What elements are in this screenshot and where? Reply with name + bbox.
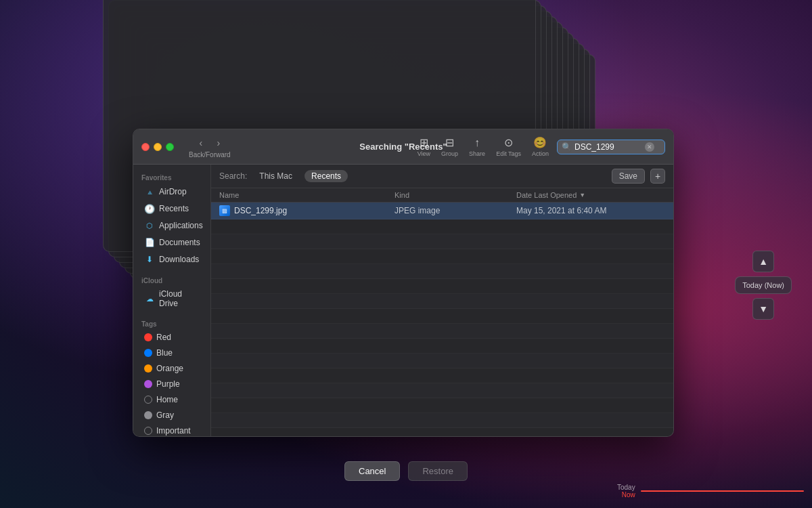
toolbar: ‹ › Back/Forward Searching "Recents" ⊞ V… (133, 129, 673, 165)
tag-important-label: Important (156, 426, 191, 436)
airdrop-icon: ⟁ (144, 186, 155, 197)
empty-row (211, 249, 673, 264)
toolbar-content: ‹ › Back/Forward Searching "Recents" ⊞ V… (141, 135, 665, 158)
search-clear-button[interactable]: ✕ (645, 142, 654, 152)
search-box[interactable]: 🔍 ✕ (557, 140, 665, 154)
purple-tag-icon (144, 380, 152, 388)
sidebar-item-documents[interactable]: 📄 Documents (136, 234, 208, 251)
today-now-widget[interactable]: Today (Now) (735, 276, 792, 294)
favorites-section-label: Favorites (133, 170, 210, 183)
sort-chevron-icon: ▼ (579, 192, 585, 198)
icloud-section-label: iCloud (133, 273, 210, 286)
window-title: Searching "Recents" (359, 142, 447, 152)
table-row[interactable]: DSC_1299.jpg JPEG image May 15, 2021 at … (211, 203, 673, 219)
today-label: Today (617, 484, 635, 491)
save-button[interactable]: Save (612, 169, 645, 184)
empty-row (211, 354, 673, 368)
edit-tags-button[interactable]: ⊙ Edit Tags (493, 135, 524, 158)
documents-icon: 📄 (144, 237, 155, 248)
timeline-bar: Today Now (609, 481, 812, 501)
back-forward-group: ‹ › Back/Forward (189, 135, 231, 158)
tag-gray-label: Gray (156, 410, 174, 420)
jpeg-file-icon (219, 205, 230, 216)
maximize-button[interactable] (166, 143, 174, 151)
file-kind: JPEG image (394, 206, 516, 215)
forward-button[interactable]: › (210, 135, 227, 151)
up-arrow-button[interactable]: ▲ (752, 251, 774, 272)
col-date-header: Date Last Opened ▼ (516, 191, 665, 199)
down-arrow-button[interactable]: ▼ (752, 298, 774, 320)
applications-icon: ⬡ (144, 220, 155, 231)
sidebar-tag-red[interactable]: Red (136, 330, 208, 345)
sidebar-item-icloud-label: iCloud Drive (159, 289, 200, 308)
sidebar-item-recents-label: Recents (159, 204, 189, 213)
save-plus-button[interactable]: + (650, 169, 665, 184)
empty-row (211, 279, 673, 294)
empty-row (211, 309, 673, 324)
now-label: Now (622, 491, 635, 499)
cancel-button[interactable]: Cancel (344, 461, 400, 481)
sidebar-tag-important[interactable]: Important (136, 423, 208, 436)
sidebar-tag-gray[interactable]: Gray (136, 408, 208, 423)
sidebar-item-airdrop-label: AirDrop (159, 187, 187, 196)
tag-blue-label: Blue (156, 348, 173, 358)
restore-button: Restore (408, 461, 468, 481)
share-label: Share (469, 150, 485, 157)
column-headers: Name Kind Date Last Opened ▼ (211, 188, 673, 203)
side-panel: ▲ Today (Now) ▼ (735, 251, 792, 320)
timeline-labels: Today Now (617, 484, 635, 499)
tags-section-label: Tags (133, 316, 210, 329)
sidebar-tag-orange[interactable]: Orange (136, 361, 208, 376)
sidebar-item-recents[interactable]: 🕐 Recents (136, 200, 208, 217)
timeline-line (641, 490, 804, 492)
sidebar-item-downloads[interactable]: ⬇ Downloads (136, 251, 208, 268)
blue-tag-icon (144, 349, 152, 357)
red-tag-icon (144, 333, 152, 341)
back-button[interactable]: ‹ (193, 135, 209, 151)
sidebar-tag-blue[interactable]: Blue (136, 345, 208, 360)
recents-icon: 🕐 (144, 203, 155, 214)
tag-orange-label: Orange (156, 364, 183, 373)
search-icon: 🔍 (562, 142, 572, 152)
sidebar-item-applications-label: Applications (159, 221, 203, 230)
downloads-icon: ⬇ (144, 254, 155, 265)
home-tag-icon (144, 396, 152, 404)
sidebar-tag-purple[interactable]: Purple (136, 377, 208, 391)
file-area: Search: This Mac Recents Save + Name Kin… (211, 165, 673, 436)
search-input[interactable] (574, 142, 642, 152)
col-kind-header: Kind (394, 191, 516, 199)
gray-tag-icon (144, 411, 152, 419)
empty-row (211, 398, 673, 413)
search-prefix: Search: (219, 171, 247, 181)
sidebar-item-applications[interactable]: ⬡ Applications (136, 217, 208, 234)
action-icon: 😊 (533, 136, 547, 149)
minimize-button[interactable] (154, 143, 162, 151)
col-name-header: Name (219, 191, 394, 199)
empty-row (211, 264, 673, 279)
empty-row (211, 324, 673, 339)
sidebar-item-airdrop[interactable]: ⟁ AirDrop (136, 184, 208, 200)
orange-tag-icon (144, 364, 152, 373)
recents-filter[interactable]: Recents (304, 170, 348, 182)
close-button[interactable] (141, 143, 150, 151)
action-button[interactable]: 😊 Action (529, 135, 551, 158)
tag-red-label: Red (156, 333, 171, 342)
file-name: DSC_1299.jpg (234, 206, 394, 215)
search-filter-bar: Search: This Mac Recents Save + (211, 165, 673, 188)
empty-row (211, 383, 673, 398)
this-mac-filter[interactable]: This Mac (252, 170, 299, 182)
empty-row (211, 294, 673, 309)
sidebar-item-icloud-drive[interactable]: ☁ iCloud Drive (136, 287, 208, 311)
file-date: May 15, 2021 at 6:40 AM (516, 206, 665, 215)
empty-row (211, 339, 673, 354)
edit-tags-label: Edit Tags (496, 150, 521, 157)
empty-row (211, 234, 673, 249)
file-rows: DSC_1299.jpg JPEG image May 15, 2021 at … (211, 203, 673, 436)
share-button[interactable]: ↑ Share (466, 135, 488, 158)
icloud-icon: ☁ (144, 293, 155, 304)
sidebar-tag-home[interactable]: Home (136, 392, 208, 407)
traffic-lights (141, 143, 174, 151)
empty-row (211, 428, 673, 436)
tag-purple-label: Purple (156, 379, 180, 389)
bottom-buttons: Cancel Restore (344, 461, 468, 481)
